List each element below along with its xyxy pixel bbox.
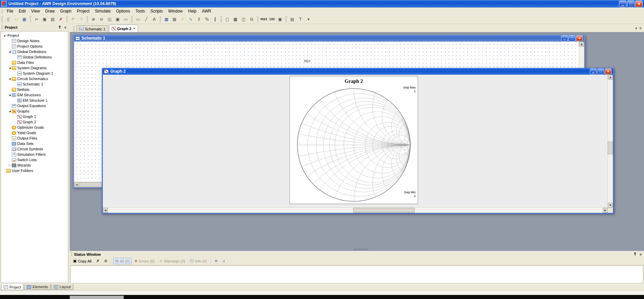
pin-icon[interactable]	[58, 26, 62, 29]
scroll-left-icon[interactable]: ◀	[74, 182, 79, 187]
tree-item-yield-goals[interactable]: Yield Goals	[1, 130, 68, 135]
tune-button[interactable]: ↕	[195, 16, 203, 23]
tree-item-graph-2[interactable]: Graph 2	[1, 119, 68, 125]
menu-help[interactable]: Help	[185, 8, 199, 15]
menu-awr[interactable]: AWR	[199, 8, 214, 15]
undo-button[interactable]: ↶	[69, 16, 77, 23]
pin-icon[interactable]	[633, 252, 637, 256]
cut-button[interactable]: ✂	[32, 16, 41, 23]
page-setup-button[interactable]: ▭	[122, 16, 130, 23]
dock-tab-layout[interactable]: Layout	[51, 284, 73, 290]
filter-info-button[interactable]: ⓘInfo (0)	[188, 257, 209, 265]
delete-selected-button[interactable]: ✗	[94, 258, 101, 264]
menu-project[interactable]: Project	[74, 8, 92, 15]
tree-expander-icon[interactable]: ◢	[8, 50, 12, 53]
tree-item-em-structure-1[interactable]: EM Structure 1	[1, 98, 68, 103]
paste-button[interactable]: ▤	[49, 16, 57, 23]
menu-tools[interactable]: Tools	[133, 8, 148, 15]
redo-button[interactable]: ↷	[77, 16, 85, 23]
schematic-window-titlebar[interactable]: Schematic 1 ▁ □ ×	[74, 35, 584, 42]
tree-expander-icon[interactable]: ◢	[8, 110, 12, 113]
tree-item-em-structures[interactable]: ◢EM Structures	[1, 92, 68, 98]
tab-close-icon[interactable]: ×	[639, 26, 642, 30]
annotation-tool-button[interactable]: A	[150, 16, 158, 23]
menu-simulate[interactable]: Simulate	[92, 8, 114, 15]
graph-minimize-button[interactable]: ▁	[590, 69, 597, 74]
tree-item-circuit-symbols[interactable]: Circuit Symbols	[1, 146, 68, 152]
new-button[interactable]: ▯	[4, 16, 12, 23]
delete-button[interactable]: ✗	[57, 16, 65, 23]
graph-close-button[interactable]: ×	[605, 69, 612, 74]
menu-edit[interactable]: Edit	[16, 8, 28, 15]
new-window-button[interactable]: ▢	[223, 16, 231, 23]
simulate-button[interactable]: ⚡	[179, 16, 187, 23]
menu-graph[interactable]: Graph	[58, 8, 74, 15]
tree-expander-icon[interactable]: ◢	[8, 94, 12, 96]
copy-button[interactable]: ▣	[41, 16, 49, 23]
tree-expander-icon[interactable]: ◢	[2, 34, 6, 37]
text-tool-button[interactable]: T	[296, 16, 304, 23]
graph-window-titlebar[interactable]: Graph 2 ▁ □ ×	[103, 68, 613, 75]
tree-item-output-equations[interactable]: Output Equations	[1, 103, 68, 108]
tree-item-output-files[interactable]: Output Files	[1, 135, 68, 141]
graph-maximize-button[interactable]: □	[597, 69, 604, 74]
tree-item-graphs[interactable]: ◢Graphs	[1, 108, 68, 114]
save-button[interactable]: ▦	[20, 16, 28, 23]
tree-item-project[interactable]: ◢Project	[1, 33, 68, 38]
menu-scripts[interactable]: Scripts	[148, 8, 166, 15]
menu-file[interactable]: File	[4, 8, 16, 15]
tab-graph-2[interactable]: Graph 2×	[109, 25, 138, 32]
filter-warnings-button[interactable]: ⚠Warnings (0)	[157, 258, 187, 264]
analyze-button[interactable]: ∿	[187, 16, 195, 23]
pause-button[interactable]: ‖	[211, 16, 219, 23]
cascade-windows-button[interactable]: ▩	[231, 16, 239, 23]
tree-item-wizards[interactable]: ▷Wizards	[1, 163, 68, 168]
dock-tab-project[interactable]: Project	[1, 284, 24, 290]
optimize-button[interactable]: %	[203, 16, 211, 23]
tab-schematic-1[interactable]: Schematic 1	[76, 25, 108, 32]
tree-item-system-diagrams[interactable]: ◢System Diagrams	[1, 65, 68, 71]
tree-expander-icon[interactable]: ◢	[8, 67, 12, 69]
menu-options[interactable]: Options	[113, 8, 133, 15]
scroll-left-icon[interactable]: ◀	[103, 208, 108, 213]
tree-item-project-options[interactable]: Project Options	[1, 44, 68, 49]
em-grid-button[interactable]: ▩	[170, 16, 179, 23]
copy-all-button[interactable]: ▣Copy All	[71, 258, 94, 264]
tree-item-data-sets[interactable]: Data Sets	[1, 141, 68, 146]
delete-all-button[interactable]: ⊘	[102, 258, 109, 264]
tree-expander-icon[interactable]: ▷	[8, 164, 12, 167]
menu-draw[interactable]: Draw	[43, 8, 58, 15]
graph-horizontal-scrollbar[interactable]: ◀ ▶	[103, 207, 608, 213]
scroll-thumb[interactable]	[353, 208, 415, 213]
scroll-up-icon[interactable]: ▲	[608, 75, 613, 80]
zoom-in-button[interactable]: ⊕	[89, 16, 97, 23]
tab-close-icon[interactable]: ×	[133, 27, 135, 30]
tree-item-optimizer-goals[interactable]: Optimizer Goals	[1, 125, 68, 130]
zoom-fit-button[interactable]: ▣	[114, 16, 122, 23]
taskbar-button[interactable]	[70, 296, 124, 299]
tree-item-schematic-1[interactable]: Schematic 1	[1, 81, 68, 87]
numbered-list-button[interactable]: ≡	[212, 258, 220, 264]
print-button[interactable]: ▤	[288, 16, 296, 23]
tree-expander-icon[interactable]: ◢	[8, 77, 12, 80]
filter-errors-button[interactable]: ⊗Errors (0)	[132, 258, 157, 264]
tab-scroll-chevron-icon[interactable]: ▾	[636, 26, 637, 30]
tree-item-netlists[interactable]: Netlists	[1, 87, 68, 92]
dock-tab-elements[interactable]: Elements	[24, 284, 51, 290]
graph-window[interactable]: Graph 2 ▁ □ × Graph 2 Swp Max 1 Swp Min	[102, 68, 614, 214]
zoom-100-button[interactable]: 100	[268, 16, 276, 23]
menu-window[interactable]: Window	[165, 8, 185, 15]
schematic-maximize-button[interactable]: □	[569, 35, 575, 41]
maximize-button[interactable]: □	[627, 1, 635, 7]
system-block-button[interactable]: ▦	[162, 16, 170, 23]
tile-horizontal-button[interactable]: ⊟	[248, 16, 256, 23]
scroll-thumb[interactable]	[608, 142, 613, 154]
schematic-close-button[interactable]: ×	[576, 35, 583, 41]
tree-item-global-definitions[interactable]: ◢Global Definitions	[1, 49, 68, 54]
menu-view[interactable]: View	[28, 8, 43, 15]
graph-canvas[interactable]: Graph 2 Swp Max 1 Swp Min -1 ▲ ▼	[103, 75, 613, 213]
tree-item-simulation-filters[interactable]: Simulation Filters	[1, 152, 68, 157]
close-button[interactable]: ×	[635, 1, 643, 7]
sort-button[interactable]: ↓	[221, 258, 228, 264]
rect-tool-button[interactable]: ▭	[134, 16, 142, 23]
